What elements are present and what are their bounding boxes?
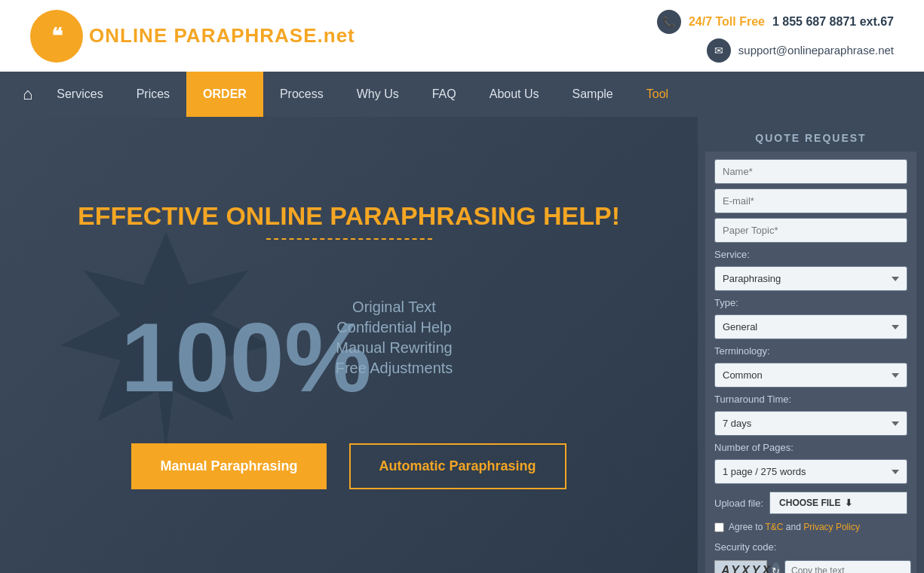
nav-prices[interactable]: Prices (120, 72, 186, 117)
captcha-row: AYXYX ↻ (714, 560, 907, 573)
quote-panel: QUOTE REQUEST Service: Paraphrasing Rewr… (705, 124, 916, 573)
nav-order[interactable]: ORDER (186, 72, 263, 117)
feature-manual: Manual Rewriting (336, 339, 453, 357)
logo-text: ONLINE PARAPHRASE.net (89, 24, 355, 47)
name-input[interactable] (714, 159, 907, 184)
logo-brand: ONLINE PARAPHRASE.net (89, 24, 355, 47)
security-label: Security code: (714, 541, 907, 553)
email-row: ✉ support@onlineparaphrase.net (707, 38, 894, 63)
sidebar: QUOTE REQUEST Service: Paraphrasing Rewr… (698, 117, 924, 573)
manual-paraphrasing-button[interactable]: Manual Paraphrasing (131, 443, 326, 489)
download-icon: ⬇ (845, 498, 852, 508)
contact-area: 📞 24/7 Toll Free 1 855 687 8871 ext.67 ✉… (657, 10, 894, 63)
agree-row: Agree to T&C and Privacy Policy (714, 522, 907, 532)
main-content: EFFECTIVE ONLINE PARAPHRASING HELP! 100%… (0, 117, 924, 573)
logo-icon: ❝ (30, 10, 83, 63)
automatic-paraphrasing-button[interactable]: Automatic Paraphrasing (349, 443, 566, 489)
hero-divider (266, 238, 432, 240)
upload-label: Upload file: (714, 498, 763, 509)
pages-label: Number of Pages: (714, 442, 907, 453)
choose-file-button[interactable]: CHOOSE FILE ⬇ (769, 492, 907, 514)
privacy-link[interactable]: Privacy Policy (803, 522, 860, 532)
upload-row: Upload file: CHOOSE FILE ⬇ (714, 492, 907, 514)
terminology-select[interactable]: Common Academic Technical (714, 363, 907, 388)
feature-original: Original Text (352, 299, 436, 316)
email-input[interactable] (714, 188, 907, 213)
terminology-label: Terminology: (714, 345, 907, 357)
logo-area: ❝ ONLINE PARAPHRASE.net (30, 10, 355, 63)
hero-section: EFFECTIVE ONLINE PARAPHRASING HELP! 100%… (0, 117, 698, 573)
nav-process[interactable]: Process (263, 72, 340, 117)
nav-whyus[interactable]: Why Us (340, 72, 416, 117)
hero-buttons: Manual Paraphrasing Automatic Paraphrasi… (45, 443, 652, 489)
agree-text: Agree to T&C and Privacy Policy (729, 522, 860, 532)
topic-input[interactable] (714, 218, 907, 243)
toll-free-number: 1 855 687 8871 ext.67 (772, 15, 894, 29)
service-select[interactable]: Paraphrasing Rewriting Editing (714, 266, 907, 291)
tc-link[interactable]: T&C (766, 522, 784, 532)
nav-sample[interactable]: Sample (556, 72, 630, 117)
header: ❝ ONLINE PARAPHRASE.net 📞 24/7 Toll Free… (0, 0, 924, 72)
type-label: Type: (714, 297, 907, 308)
nav-services[interactable]: Services (40, 72, 119, 117)
captcha-input[interactable] (784, 560, 911, 573)
home-icon[interactable]: ⌂ (23, 84, 32, 104)
turnaround-select[interactable]: 7 days 5 days 3 days 1 day (714, 411, 907, 436)
navbar: ⌂ Services Prices ORDER Process Why Us F… (0, 72, 924, 117)
toll-free-label: 24/7 Toll Free (689, 15, 765, 29)
choose-file-label: CHOOSE FILE (779, 498, 840, 508)
captcha-refresh-button[interactable]: ↻ (772, 562, 780, 573)
quote-form: Service: Paraphrasing Rewriting Editing … (705, 152, 916, 573)
type-select[interactable]: General Academic Technical (714, 314, 907, 339)
hero-title: EFFECTIVE ONLINE PARAPHRASING HELP! (45, 201, 652, 231)
phone-icon: 📞 (657, 10, 681, 34)
feature-confidential: Confidential Help (336, 319, 451, 336)
email-icon: ✉ (707, 38, 731, 63)
captcha-image: AYXYX (714, 560, 767, 573)
support-email: support@onlineparaphrase.net (738, 44, 894, 57)
agree-checkbox[interactable] (714, 522, 724, 532)
hero-features: Original Text Confidential Help Manual R… (336, 299, 453, 377)
phone-row: 📞 24/7 Toll Free 1 855 687 8871 ext.67 (657, 10, 894, 34)
feature-free: Free Adjustments (336, 360, 453, 377)
turnaround-label: Turnaround Time: (714, 394, 907, 405)
service-label: Service: (714, 249, 907, 260)
pages-select[interactable]: 1 page / 275 words 2 pages / 550 words 3… (714, 459, 907, 484)
hero-percent: 100% (121, 308, 372, 406)
nav-aboutus[interactable]: About Us (473, 72, 556, 117)
quote-title: QUOTE REQUEST (705, 124, 916, 152)
nav-tool[interactable]: Tool (630, 72, 685, 117)
nav-faq[interactable]: FAQ (416, 72, 473, 117)
